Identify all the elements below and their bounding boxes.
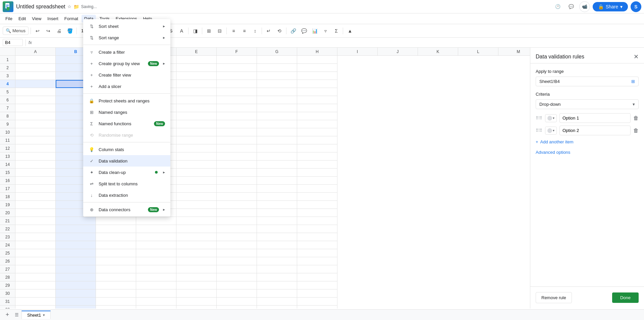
menu-file[interactable]: File (3, 15, 15, 22)
option-2-delete-icon[interactable]: 🗑 (633, 128, 639, 134)
col-header-h[interactable]: H (297, 48, 337, 55)
text-rotate-btn[interactable]: ⟲ (275, 26, 284, 36)
row-26: 26 (0, 257, 15, 265)
menu-data-cleanup[interactable]: ✦ Data clean-up ▸ (83, 167, 170, 178)
option-1-input[interactable] (559, 113, 631, 123)
menu-data-extraction[interactable]: ↓ Data extraction (83, 189, 170, 201)
row-29: 29 (0, 281, 15, 289)
col-header-j[interactable]: J (378, 48, 418, 55)
table-row (15, 257, 530, 265)
create-filter-label: Create a filter (99, 50, 165, 55)
option-row-1: ⠿⠿ ▾ 🗑 (536, 113, 639, 123)
menu-split-text[interactable]: ⇌ Split text to columns (83, 178, 170, 189)
option-2-input[interactable] (559, 126, 631, 135)
col-header-i[interactable]: I (337, 48, 378, 55)
share-button[interactable]: 🔒 Share ▾ (593, 2, 628, 11)
paint-format-btn[interactable]: 🪣 (65, 26, 74, 36)
menu-sort-range[interactable]: ⇅ Sort range ▸ (83, 32, 170, 43)
merge-btn[interactable]: ⊟ (215, 26, 224, 36)
text-wrap-btn[interactable]: ↵ (264, 26, 273, 36)
menu-named-ranges[interactable]: ⊞ Named ranges (83, 106, 170, 118)
menus-search[interactable]: 🔍 Menus (3, 27, 29, 35)
menu-create-filter-view[interactable]: + Create filter view (83, 69, 170, 81)
font-color-btn[interactable]: A (177, 26, 186, 36)
redo-btn[interactable]: ↪ (44, 26, 53, 36)
cell-h1[interactable] (297, 56, 337, 64)
menu-edit[interactable]: Edit (16, 15, 29, 22)
fill-color-btn[interactable]: ◨ (191, 26, 200, 36)
col-header-k[interactable]: K (418, 48, 458, 55)
cell-reference-box[interactable]: B4 (3, 39, 23, 46)
option-1-color-btn[interactable]: ▾ (545, 114, 557, 122)
menu-format[interactable]: Format (62, 15, 81, 22)
comments-btn[interactable]: 💬 (566, 1, 577, 12)
option-2-color-btn[interactable]: ▾ (545, 127, 557, 135)
menu-view[interactable]: View (29, 15, 44, 22)
undo-btn[interactable]: ↩ (33, 26, 42, 36)
menu-column-stats[interactable]: 💡 Column stats (83, 144, 170, 155)
data-connectors-label: Data connectors (99, 207, 143, 212)
menu-create-filter[interactable]: ▿ Create a filter (83, 46, 170, 58)
grid-body: 1 2 3 4 5 6 7 8 9 10 11 12 13 14 15 16 1… (0, 56, 530, 309)
data-cleanup-icon: ✦ (89, 169, 95, 175)
remove-rule-button[interactable]: Remove rule (536, 292, 572, 303)
right-panel: Data validation rules ✕ Apply to range S… (530, 48, 644, 309)
table-row (15, 289, 530, 298)
collapse-toolbar-btn[interactable]: ▲ (345, 26, 355, 36)
cell-e1[interactable] (176, 56, 217, 64)
menu-protect-sheets[interactable]: 🔒 Protect sheets and ranges (83, 95, 170, 106)
col-header-a[interactable]: A (15, 48, 56, 55)
menu-add-slicer[interactable]: + Add a slicer (83, 81, 170, 92)
doc-title[interactable]: Untitled spreadsheet (16, 4, 65, 10)
col-header-m[interactable]: M (498, 48, 530, 55)
sheet-tab-arrow: ▾ (43, 313, 45, 317)
option-1-drag-handle[interactable]: ⠿⠿ (536, 116, 542, 121)
panel-close-button[interactable]: ✕ (634, 53, 639, 60)
menu-insert[interactable]: Insert (45, 15, 61, 22)
chart-btn[interactable]: 📊 (310, 26, 319, 36)
done-button[interactable]: Done (612, 292, 639, 303)
menu-data-validation[interactable]: ✓ Data validation (83, 155, 170, 167)
comment-btn[interactable]: 💬 (299, 26, 309, 36)
align-middle-btn[interactable]: ≡ (239, 26, 249, 36)
option-2-drag-handle[interactable]: ⠿⠿ (536, 128, 542, 133)
add-item-button[interactable]: + Add another item (536, 137, 639, 147)
meet-btn[interactable]: 📹 (579, 1, 590, 12)
align-left-btn[interactable]: ≡ (229, 26, 238, 36)
valign-btn[interactable]: ↕ (250, 26, 260, 36)
cell-a1[interactable] (15, 56, 56, 64)
history-btn[interactable]: 🕐 (552, 1, 563, 12)
option-2-color-arrow: ▾ (553, 129, 554, 132)
menu-create-group[interactable]: + Create group by view New ▸ (83, 58, 170, 69)
criteria-label: Criteria (536, 92, 639, 97)
range-value[interactable]: Sheet1!B4 (539, 79, 630, 84)
criteria-dropdown[interactable]: Drop-down ▾ (536, 99, 639, 109)
row-32: 32 (0, 306, 15, 309)
col-header-l[interactable]: L (458, 48, 498, 55)
menu-sort-sheet[interactable]: ⇅ Sort sheet ▸ (83, 20, 170, 32)
row-12: 12 (0, 144, 15, 152)
print-btn[interactable]: 🖨 (54, 26, 64, 36)
column-headers: A B C D E F G H I J K L M N O (0, 48, 530, 56)
star-icon[interactable]: ☆ (67, 4, 71, 9)
sheets-menu-btn[interactable]: ☰ (12, 310, 21, 320)
col-header-g[interactable]: G (257, 48, 297, 55)
filter-btn[interactable]: ▿ (321, 26, 330, 36)
menu-named-functions[interactable]: Σ Named functions New (83, 118, 170, 129)
menu-data-connectors[interactable]: ⊕ Data connectors New ▸ (83, 204, 170, 215)
sheet-tab-1[interactable]: Sheet1 ▾ (21, 311, 51, 319)
grid-select-icon[interactable]: ⊞ (631, 79, 635, 84)
row-16: 16 (0, 177, 15, 185)
avatar[interactable]: S (631, 1, 641, 12)
option-1-delete-icon[interactable]: 🗑 (633, 115, 639, 121)
advanced-options-button[interactable]: Advanced options (536, 147, 639, 157)
borders-btn[interactable]: ⊞ (204, 26, 214, 36)
col-header-f[interactable]: F (217, 48, 257, 55)
function-btn[interactable]: Σ (331, 26, 341, 36)
add-sheet-btn[interactable]: + (3, 310, 12, 320)
cell-f1[interactable] (217, 56, 257, 64)
link-btn[interactable]: 🔗 (288, 26, 298, 36)
col-header-e[interactable]: E (176, 48, 217, 55)
cell-g1[interactable] (257, 56, 297, 64)
create-filter-view-label: Create filter view (99, 73, 165, 78)
